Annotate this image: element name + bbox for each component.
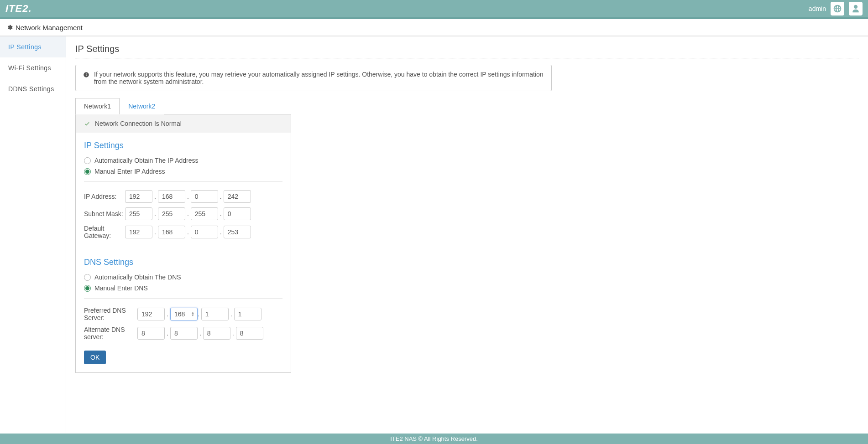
radio-icon bbox=[84, 274, 91, 281]
gear-icon bbox=[6, 24, 13, 31]
gw-octet-1[interactable] bbox=[125, 226, 152, 238]
check-icon bbox=[84, 120, 90, 127]
gw-octet-3[interactable] bbox=[191, 226, 218, 238]
logo: ITE2. bbox=[5, 3, 32, 15]
pref-dns-octet-1[interactable] bbox=[137, 308, 165, 320]
dns-section: DNS Settings Automatically Obtain The DN… bbox=[76, 249, 291, 351]
radio-ip-auto[interactable]: Automatically Obtain The IP Address bbox=[84, 157, 282, 164]
radio-dns-auto[interactable]: Automatically Obtain The DNS bbox=[84, 274, 282, 281]
divider bbox=[84, 298, 282, 299]
ip-section: IP Settings Automatically Obtain The IP … bbox=[76, 133, 291, 249]
content: IP Settings If your network supports thi… bbox=[66, 36, 868, 433]
default-gateway-label: Default Gateway: bbox=[84, 225, 125, 239]
pref-dns-octet-2[interactable] bbox=[170, 308, 198, 320]
alt-dns-octet-4[interactable] bbox=[236, 327, 263, 340]
ip-octet-3[interactable] bbox=[191, 190, 218, 203]
mask-octet-4[interactable] bbox=[224, 207, 251, 220]
alternate-dns-row: Alternate DNS server: . . . bbox=[84, 326, 282, 341]
radio-label: Manual Enter IP Address bbox=[94, 168, 165, 175]
mask-octet-1[interactable] bbox=[125, 207, 152, 220]
alt-dns-octet-3[interactable] bbox=[203, 327, 230, 340]
radio-label: Automatically Obtain The DNS bbox=[94, 274, 181, 281]
globe-icon[interactable] bbox=[831, 2, 844, 15]
status-text: Network Connection Is Normal bbox=[95, 120, 182, 127]
default-gateway-row: Default Gateway: . . . bbox=[84, 225, 282, 239]
radio-label: Automatically Obtain The IP Address bbox=[94, 157, 199, 164]
divider bbox=[84, 181, 282, 182]
breadcrumb: Network Management bbox=[16, 24, 83, 31]
sidebar-item-ddns-settings[interactable]: DDNS Settings bbox=[0, 78, 66, 99]
title-divider bbox=[75, 58, 859, 58]
status-bar: Network Connection Is Normal bbox=[76, 114, 291, 133]
sidebar-item-ip-settings[interactable]: IP Settings bbox=[0, 36, 66, 57]
ip-address-label: IP Address: bbox=[84, 193, 125, 200]
radio-ip-manual[interactable]: Manual Enter IP Address bbox=[84, 168, 282, 175]
sidebar-item-wifi-settings[interactable]: Wi-Fi Settings bbox=[0, 57, 66, 78]
ip-octet-1[interactable] bbox=[125, 190, 152, 203]
subnet-mask-label: Subnet Mask: bbox=[84, 210, 125, 217]
ip-octet-4[interactable] bbox=[224, 190, 251, 203]
main: IP Settings Wi-Fi Settings DDNS Settings… bbox=[0, 36, 868, 433]
ip-address-row: IP Address: . . . bbox=[84, 190, 282, 203]
user-label: admin bbox=[809, 5, 826, 12]
mask-octet-3[interactable] bbox=[191, 207, 218, 220]
tab-network1[interactable]: Network1 bbox=[75, 98, 120, 114]
radio-dns-manual[interactable]: Manual Enter DNS bbox=[84, 284, 282, 292]
subnet-mask-row: Subnet Mask: . . . bbox=[84, 207, 282, 220]
breadcrumb-bar: Network Management bbox=[0, 19, 868, 36]
info-text: If your network supports this feature, y… bbox=[94, 71, 544, 85]
radio-icon bbox=[84, 157, 91, 164]
radio-icon bbox=[84, 168, 91, 175]
alt-dns-octet-1[interactable] bbox=[137, 327, 165, 340]
topbar-right: admin bbox=[809, 2, 863, 15]
tab-panel: Network Connection Is Normal IP Settings… bbox=[75, 114, 291, 373]
alternate-dns-label: Alternate DNS server: bbox=[84, 326, 137, 341]
mask-octet-2[interactable] bbox=[158, 207, 185, 220]
pref-dns-octet-4[interactable] bbox=[234, 308, 261, 320]
radio-label: Manual Enter DNS bbox=[94, 284, 148, 292]
info-icon bbox=[83, 72, 89, 78]
tab-network2[interactable]: Network2 bbox=[120, 98, 164, 114]
ok-button[interactable]: OK bbox=[84, 351, 106, 364]
ip-octet-2[interactable] bbox=[158, 190, 185, 203]
info-box: If your network supports this feature, y… bbox=[75, 65, 552, 91]
gw-octet-2[interactable] bbox=[158, 226, 185, 238]
radio-icon bbox=[84, 285, 91, 292]
alt-dns-octet-2[interactable] bbox=[170, 327, 198, 340]
pref-dns-octet-3[interactable] bbox=[201, 308, 229, 320]
page-title: IP Settings bbox=[75, 44, 859, 54]
sidebar: IP Settings Wi-Fi Settings DDNS Settings bbox=[0, 36, 66, 433]
user-icon[interactable] bbox=[849, 2, 863, 15]
preferred-dns-row: Preferred DNS Server: . ▲▼. . bbox=[84, 307, 282, 321]
preferred-dns-label: Preferred DNS Server: bbox=[84, 307, 137, 321]
dns-section-title: DNS Settings bbox=[84, 258, 282, 267]
ip-section-title: IP Settings bbox=[84, 141, 282, 150]
tabs: Network1 Network2 bbox=[75, 98, 291, 114]
ok-wrap: OK bbox=[76, 351, 291, 372]
topbar: ITE2. admin bbox=[0, 0, 868, 19]
gw-octet-4[interactable] bbox=[224, 226, 251, 238]
